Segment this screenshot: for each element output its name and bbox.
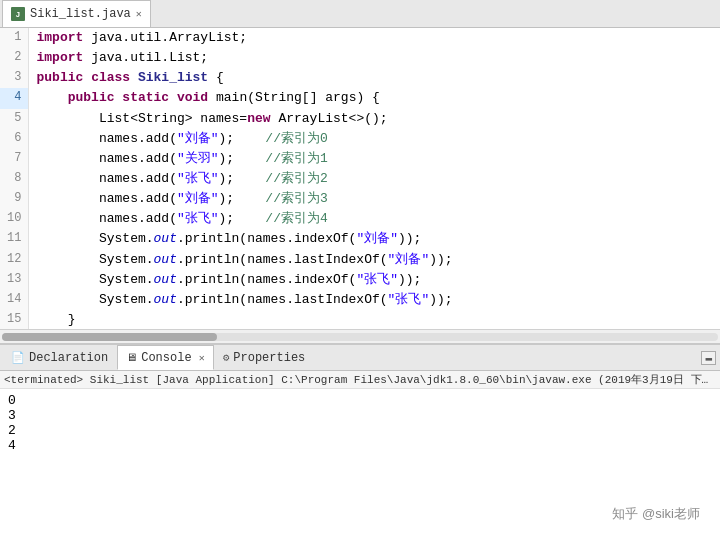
console-icon: 🖥 bbox=[126, 351, 137, 364]
table-row: 12 System.out.println(names.lastIndexOf(… bbox=[0, 250, 720, 270]
code-line: System.out.println(names.indexOf("刘备")); bbox=[28, 229, 720, 249]
table-row: 8 names.add("张飞"); //索引为2 bbox=[0, 169, 720, 189]
code-line: public static void main(String[] args) { bbox=[28, 88, 720, 108]
java-file-icon: J bbox=[11, 7, 25, 21]
table-row: 13 System.out.println(names.indexOf("张飞"… bbox=[0, 270, 720, 290]
code-line: System.out.println(names.lastIndexOf("刘备… bbox=[28, 250, 720, 270]
line-number: 9 bbox=[0, 189, 28, 209]
table-row: 3public class Siki_list { bbox=[0, 68, 720, 88]
table-row: 10 names.add("张飞"); //索引为4 bbox=[0, 209, 720, 229]
code-line: List<String> names=new ArrayList<>(); bbox=[28, 109, 720, 129]
scroll-thumb[interactable] bbox=[2, 333, 217, 341]
horizontal-scrollbar[interactable] bbox=[0, 329, 720, 343]
table-row: 11 System.out.println(names.indexOf("刘备"… bbox=[0, 229, 720, 249]
watermark: 知乎 @siki老师 bbox=[612, 505, 700, 523]
line-number: 7 bbox=[0, 149, 28, 169]
line-number: 11 bbox=[0, 229, 28, 249]
code-line: System.out.println(names.lastIndexOf("张飞… bbox=[28, 290, 720, 310]
tab-close-icon[interactable]: ✕ bbox=[136, 8, 142, 20]
line-number: 1 bbox=[0, 28, 28, 48]
line-number: 12 bbox=[0, 250, 28, 270]
line-number: 4 bbox=[0, 88, 28, 108]
code-table: 1import java.util.ArrayList;2import java… bbox=[0, 28, 720, 329]
line-number: 15 bbox=[0, 310, 28, 329]
table-row: 4 public static void main(String[] args)… bbox=[0, 88, 720, 108]
panel-controls: ▬ bbox=[701, 350, 716, 365]
table-row: 9 names.add("刘备"); //索引为3 bbox=[0, 189, 720, 209]
line-number: 10 bbox=[0, 209, 28, 229]
line-number: 13 bbox=[0, 270, 28, 290]
scroll-track[interactable] bbox=[2, 333, 718, 341]
tab-declaration[interactable]: 📄 Declaration bbox=[2, 345, 117, 370]
declaration-icon: 📄 bbox=[11, 351, 25, 364]
code-line: names.add("关羽"); //索引为1 bbox=[28, 149, 720, 169]
line-number: 2 bbox=[0, 48, 28, 68]
code-line: names.add("张飞"); //索引为2 bbox=[28, 169, 720, 189]
code-line: names.add("刘备"); //索引为3 bbox=[28, 189, 720, 209]
table-row: 5 List<String> names=new ArrayList<>(); bbox=[0, 109, 720, 129]
properties-label: Properties bbox=[233, 351, 305, 365]
code-line: } bbox=[28, 310, 720, 329]
code-line: names.add("张飞"); //索引为4 bbox=[28, 209, 720, 229]
properties-icon: ⚙ bbox=[223, 351, 230, 364]
code-line: System.out.println(names.indexOf("张飞")); bbox=[28, 270, 720, 290]
declaration-label: Declaration bbox=[29, 351, 108, 365]
table-row: 15 } bbox=[0, 310, 720, 329]
code-line: names.add("刘备"); //索引为0 bbox=[28, 129, 720, 149]
code-line: import java.util.ArrayList; bbox=[28, 28, 720, 48]
list-item: 2 bbox=[8, 423, 712, 438]
code-line: import java.util.List; bbox=[28, 48, 720, 68]
line-number: 6 bbox=[0, 129, 28, 149]
table-row: 1import java.util.ArrayList; bbox=[0, 28, 720, 48]
table-row: 7 names.add("关羽"); //索引为1 bbox=[0, 149, 720, 169]
list-item: 0 bbox=[8, 393, 712, 408]
list-item: 3 bbox=[8, 408, 712, 423]
minimize-button[interactable]: ▬ bbox=[701, 351, 716, 365]
console-toolbar: <terminated> Siki_list [Java Application… bbox=[0, 371, 720, 389]
tab-filename: Siki_list.java bbox=[30, 7, 131, 21]
line-number: 5 bbox=[0, 109, 28, 129]
table-row: 2import java.util.List; bbox=[0, 48, 720, 68]
line-number: 3 bbox=[0, 68, 28, 88]
list-item: 4 bbox=[8, 438, 712, 453]
file-tab[interactable]: J Siki_list.java ✕ bbox=[2, 0, 151, 27]
line-number: 8 bbox=[0, 169, 28, 189]
table-row: 14 System.out.println(names.lastIndexOf(… bbox=[0, 290, 720, 310]
bottom-tab-bar: 📄 Declaration 🖥 Console ✕ ⚙ Properties ▬ bbox=[0, 345, 720, 371]
tab-bar: J Siki_list.java ✕ bbox=[0, 0, 720, 28]
code-editor: 1import java.util.ArrayList;2import java… bbox=[0, 28, 720, 329]
line-number: 14 bbox=[0, 290, 28, 310]
table-row: 6 names.add("刘备"); //索引为0 bbox=[0, 129, 720, 149]
tab-properties[interactable]: ⚙ Properties bbox=[214, 345, 315, 370]
tab-console[interactable]: 🖥 Console ✕ bbox=[117, 345, 213, 370]
console-label: Console bbox=[141, 351, 191, 365]
console-close-icon[interactable]: ✕ bbox=[199, 352, 205, 364]
code-line: public class Siki_list { bbox=[28, 68, 720, 88]
